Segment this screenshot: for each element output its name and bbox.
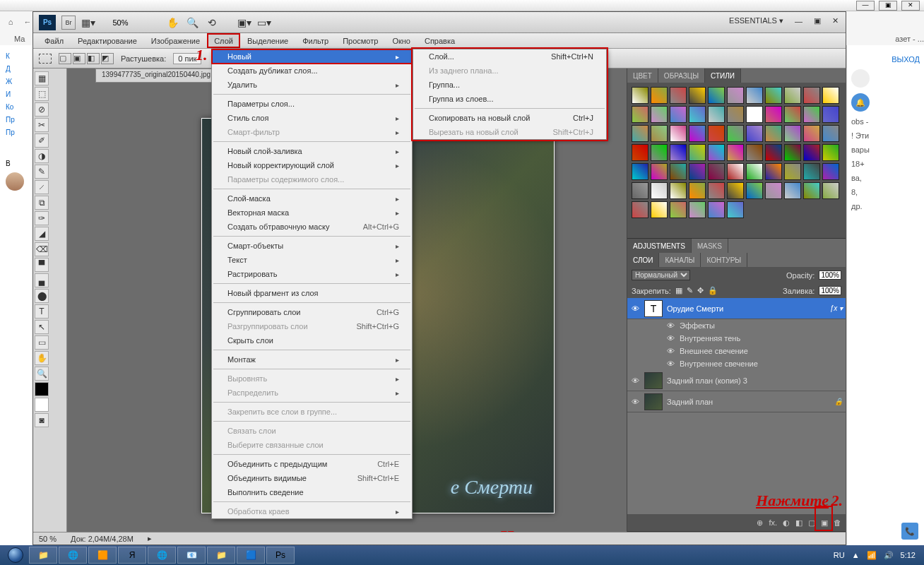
style-swatch[interactable] <box>632 87 648 104</box>
style-swatch[interactable] <box>727 144 744 161</box>
tool-icon[interactable]: ✎ <box>35 165 49 179</box>
styles-grid[interactable] <box>627 83 846 238</box>
style-swatch[interactable] <box>784 106 801 123</box>
style-swatch[interactable] <box>708 201 725 218</box>
layer-thumbnail[interactable] <box>644 372 663 389</box>
rotate-view-icon[interactable]: ⟲ <box>205 16 219 30</box>
style-swatch[interactable] <box>765 125 782 142</box>
style-swatch[interactable] <box>689 87 706 104</box>
style-swatch[interactable] <box>632 182 648 199</box>
ps-close-icon[interactable]: ✕ <box>832 16 839 25</box>
style-swatch[interactable] <box>822 163 839 180</box>
tray-network-icon[interactable]: 📶 <box>867 551 877 560</box>
layer-action-icon[interactable]: ⊕ <box>757 518 763 528</box>
style-swatch[interactable] <box>651 182 668 199</box>
style-swatch[interactable] <box>727 182 744 199</box>
menu-просмотр[interactable]: Просмотр <box>336 33 385 48</box>
exit-link[interactable]: ВЫХОД <box>851 55 920 64</box>
layer-row[interactable]: 👁Задний план🔒 <box>627 391 846 412</box>
layer-action-icon[interactable]: 🗑 <box>834 518 841 528</box>
tool-icon[interactable]: ⟋ <box>35 180 49 194</box>
fx-icon[interactable]: ƒx ▾ <box>830 304 843 312</box>
tool-icon[interactable]: ✑ <box>35 211 49 225</box>
quickmask-icon[interactable]: ◙ <box>35 413 49 427</box>
taskbar-item[interactable]: 📁 <box>29 547 57 564</box>
style-swatch[interactable] <box>670 201 687 218</box>
style-swatch[interactable] <box>765 182 782 199</box>
selection-new-icon[interactable]: ▢ <box>59 53 71 64</box>
menu-item[interactable]: Группа... <box>413 78 606 92</box>
lock-transparency-icon[interactable]: ▦ <box>675 286 682 295</box>
style-swatch[interactable] <box>746 144 763 161</box>
tool-icon[interactable]: ⌫ <box>35 242 49 256</box>
style-swatch[interactable] <box>765 144 782 161</box>
workspace-switcher[interactable]: ESSENTIALS ▾ <box>729 16 783 25</box>
panel-tab[interactable]: СТИЛИ <box>705 69 741 83</box>
tool-icon[interactable]: ◢ <box>35 227 49 241</box>
panel-tab[interactable]: ADJUSTMENTS <box>627 239 692 253</box>
style-swatch[interactable] <box>632 163 648 180</box>
style-swatch[interactable] <box>746 106 763 123</box>
style-swatch[interactable] <box>708 144 725 161</box>
style-swatch[interactable] <box>746 87 763 104</box>
style-swatch[interactable] <box>670 182 687 199</box>
tray-flag-icon[interactable]: ▲ <box>852 551 860 559</box>
marquee-preset-icon[interactable] <box>39 54 52 64</box>
menu-редактирование[interactable]: Редактирование <box>71 33 144 48</box>
layer-name[interactable]: Задний план <box>667 398 713 406</box>
style-swatch[interactable] <box>708 163 725 180</box>
style-swatch[interactable] <box>632 106 648 123</box>
taskbar-item[interactable]: Я <box>118 547 146 564</box>
style-swatch[interactable] <box>689 144 706 161</box>
taskbar-item[interactable]: Ps <box>266 547 295 564</box>
tool-icon[interactable]: ▦ <box>35 71 49 85</box>
color-swatch[interactable] <box>35 398 49 412</box>
panel-tab[interactable]: КАНАЛЫ <box>659 253 701 267</box>
lock-position-icon[interactable]: ✥ <box>697 286 704 295</box>
tool-icon[interactable]: T <box>35 304 49 319</box>
blend-mode-select[interactable]: Нормальный <box>632 270 690 280</box>
visibility-icon[interactable]: 👁 <box>665 321 675 330</box>
tool-icon[interactable]: ↖ <box>35 320 49 334</box>
menu-файл[interactable]: Файл <box>37 33 71 48</box>
style-swatch[interactable] <box>689 163 706 180</box>
tool-icon[interactable]: ▀ <box>35 258 49 272</box>
avatar[interactable] <box>851 69 870 88</box>
menu-item[interactable]: Скрыть слои <box>212 333 412 347</box>
arrange-icon[interactable]: ▣▾ <box>237 16 251 30</box>
menu-item[interactable]: Скопировать на новый слойCtrl+J <box>413 111 606 125</box>
layer-effect[interactable]: 👁Эффекты <box>627 319 846 332</box>
tray-lang[interactable]: RU <box>834 551 845 559</box>
menu-фильтр[interactable]: Фильтр <box>295 33 336 48</box>
bell-icon[interactable]: 🔔 <box>851 93 870 112</box>
selection-int-icon[interactable]: ◩ <box>101 53 114 64</box>
layer-name[interactable]: Орудие Смерти <box>667 304 723 313</box>
style-swatch[interactable] <box>632 144 648 161</box>
tool-icon[interactable]: ⬚ <box>35 87 49 101</box>
fill-value[interactable]: 100% <box>819 286 841 295</box>
zoom-level[interactable]: 50% <box>101 16 140 29</box>
style-swatch[interactable] <box>803 163 820 180</box>
lock-pixels-icon[interactable]: ✎ <box>687 286 693 295</box>
menu-справка[interactable]: Справка <box>417 33 462 48</box>
style-swatch[interactable] <box>670 87 687 104</box>
ps-max-icon[interactable]: ▣ <box>814 16 821 25</box>
opacity-value[interactable]: 100% <box>819 270 841 280</box>
style-swatch[interactable] <box>651 144 668 161</box>
start-button[interactable] <box>3 545 28 565</box>
style-swatch[interactable] <box>822 182 839 199</box>
menu-item[interactable]: Стиль слоя <box>212 111 412 125</box>
layer-effect[interactable]: 👁Внутреннее свечение <box>627 357 846 370</box>
hand-tool-icon[interactable]: ✋ <box>165 16 179 30</box>
os-min-button[interactable]: — <box>856 1 875 11</box>
panel-tab[interactable]: ЦВЕТ <box>627 69 658 83</box>
panel-tab[interactable]: КОНТУРЫ <box>701 253 747 267</box>
tool-icon[interactable]: ▄ <box>35 273 49 287</box>
visibility-icon[interactable]: 👁 <box>665 347 675 355</box>
sidebar-link[interactable]: В <box>6 160 18 168</box>
style-swatch[interactable] <box>746 125 763 142</box>
visibility-icon[interactable]: 👁 <box>630 304 640 313</box>
layer-name[interactable]: Задний план (копия) 3 <box>667 376 747 385</box>
style-swatch[interactable] <box>822 125 839 142</box>
taskbar-item[interactable]: 📧 <box>177 547 206 564</box>
